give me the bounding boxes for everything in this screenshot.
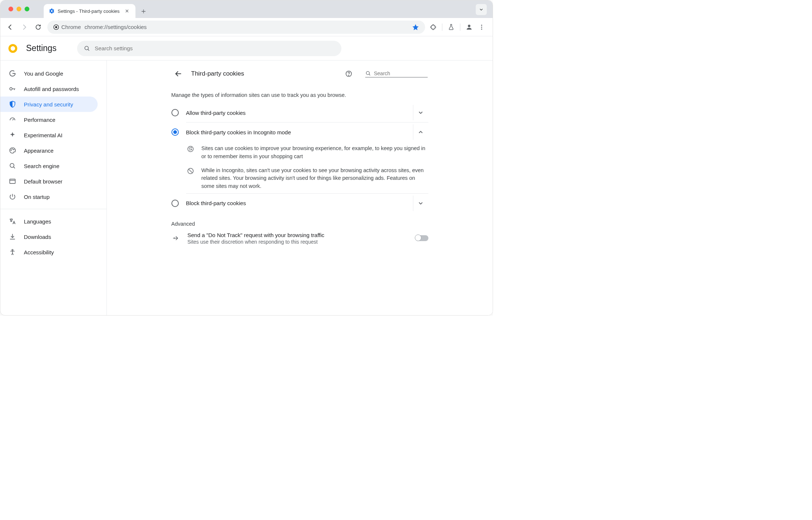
sparkle-icon	[8, 131, 17, 139]
panel-back-button[interactable]	[172, 68, 185, 80]
sidebar-item-label: Downloads	[24, 234, 51, 240]
option-label: Block third-party cookies in Incognito m…	[186, 129, 406, 135]
svg-point-10	[14, 149, 14, 150]
new-tab-button[interactable]	[141, 8, 146, 14]
sidebar-item-languages[interactable]: Languages	[0, 214, 98, 229]
sidebar-item-appearance[interactable]: Appearance	[0, 143, 98, 158]
option-detail: Sites can use cookies to improve your br…	[171, 142, 428, 164]
svg-point-4	[481, 26, 482, 28]
search-icon	[365, 70, 371, 76]
bookmark-star-icon[interactable]	[412, 23, 419, 31]
option-detail-text: While in Incognito, sites can't use your…	[202, 167, 428, 190]
speedometer-icon	[8, 116, 17, 123]
reload-button[interactable]	[33, 22, 43, 32]
toolbar-actions	[429, 23, 487, 31]
sidebar-item-you-and-google[interactable]: You and Google	[0, 66, 98, 81]
search-icon	[84, 45, 90, 52]
panel-title: Third-party cookies	[191, 70, 336, 77]
sidebar-item-label: You and Google	[24, 70, 63, 77]
address-bar[interactable]: Chrome chrome://settings/cookies	[47, 21, 425, 34]
tab-overflow-button[interactable]	[476, 4, 487, 15]
svg-point-18	[189, 148, 190, 149]
sidebar-item-search-engine[interactable]: Search engine	[0, 158, 98, 174]
toolbar-separator	[442, 23, 442, 31]
sidebar-item-label: Accessibility	[24, 249, 54, 255]
do-not-track-row[interactable]: Send a "Do Not Track" request with your …	[171, 227, 428, 250]
download-icon	[8, 233, 17, 240]
expand-button[interactable]	[413, 196, 428, 211]
svg-point-16	[366, 71, 369, 74]
sidebar-item-label: Performance	[24, 117, 55, 123]
sidebar-item-autofill[interactable]: Autofill and passwords	[0, 81, 98, 97]
sidebar-item-on-startup[interactable]: On startup	[0, 189, 98, 204]
window-close-button[interactable]	[8, 7, 13, 11]
search-settings-input[interactable]	[95, 45, 335, 51]
sidebar-item-experimental-ai[interactable]: Experimental AI	[0, 127, 98, 143]
sidebar-item-label: Privacy and security	[24, 101, 73, 108]
panel-header: Third-party cookies	[171, 63, 428, 84]
sidebar-item-performance[interactable]: Performance	[0, 112, 98, 127]
option-detail: While in Incognito, sites can't use your…	[171, 164, 428, 193]
tab-strip: Settings - Third-party cookies	[0, 0, 493, 18]
svg-point-3	[481, 25, 482, 26]
tab-settings[interactable]: Settings - Third-party cookies	[44, 4, 135, 18]
help-button[interactable]	[342, 68, 355, 80]
key-icon	[8, 85, 17, 92]
google-g-icon	[8, 70, 17, 77]
svg-point-8	[11, 150, 11, 150]
option-block-incognito[interactable]: Block third-party cookies in Incognito m…	[171, 123, 428, 142]
svg-point-19	[191, 148, 191, 148]
site-info-button[interactable]: Chrome	[53, 24, 81, 30]
browser-toolbar: Chrome chrome://settings/cookies	[0, 18, 493, 36]
svg-point-11	[10, 163, 14, 167]
sidebar-item-privacy-security[interactable]: Privacy and security	[0, 97, 98, 112]
svg-point-21	[191, 149, 192, 150]
sidebar-item-accessibility[interactable]: Accessibility	[0, 244, 98, 260]
svg-rect-12	[10, 179, 15, 183]
svg-point-6	[85, 46, 88, 50]
panel-search-input[interactable]	[374, 70, 428, 76]
svg-point-2	[468, 25, 471, 27]
page-title: Settings	[26, 43, 57, 53]
forward-button[interactable]	[19, 22, 29, 32]
sidebar-item-label: On startup	[24, 194, 50, 200]
accessibility-icon	[8, 248, 17, 256]
dnt-title: Send a "Do Not Track" request with your …	[188, 232, 408, 238]
panel-description: Manage the types of information sites ca…	[171, 92, 428, 98]
chrome-logo-icon	[8, 44, 17, 53]
sidebar-item-downloads[interactable]: Downloads	[0, 229, 98, 244]
sidebar-divider	[0, 209, 106, 209]
back-button[interactable]	[6, 22, 15, 32]
power-icon	[8, 193, 17, 200]
option-block-third-party[interactable]: Block third-party cookies	[171, 194, 428, 213]
panel-search-box[interactable]	[365, 70, 428, 77]
svg-point-13	[12, 250, 13, 251]
expand-button[interactable]	[413, 105, 428, 120]
option-label: Allow third-party cookies	[186, 110, 406, 116]
profile-avatar[interactable]	[465, 23, 473, 31]
option-label: Block third-party cookies	[186, 200, 406, 206]
radio-button[interactable]	[171, 200, 179, 207]
browser-window-icon	[8, 178, 17, 185]
shield-icon	[8, 101, 17, 108]
palette-icon	[8, 147, 17, 154]
extensions-icon[interactable]	[429, 23, 437, 31]
sidebar-item-default-browser[interactable]: Default browser	[0, 174, 98, 189]
kebab-menu-icon[interactable]	[478, 23, 485, 31]
window-maximize-button[interactable]	[25, 7, 29, 11]
option-allow-third-party[interactable]: Allow third-party cookies	[171, 103, 428, 122]
settings-sidebar: You and Google Autofill and passwords Pr…	[0, 61, 107, 315]
labs-icon[interactable]	[447, 23, 455, 31]
dnt-toggle[interactable]	[415, 235, 428, 241]
svg-point-20	[189, 150, 190, 150]
window-controls	[8, 7, 29, 11]
svg-point-7	[10, 88, 12, 90]
radio-button[interactable]	[171, 109, 179, 116]
window-minimize-button[interactable]	[17, 7, 21, 11]
sidebar-item-label: Search engine	[24, 163, 59, 169]
site-label: Chrome	[61, 24, 81, 30]
tab-close-button[interactable]	[125, 9, 129, 13]
radio-button[interactable]	[171, 128, 179, 136]
collapse-button[interactable]	[413, 124, 428, 140]
search-settings-box[interactable]	[77, 41, 341, 56]
